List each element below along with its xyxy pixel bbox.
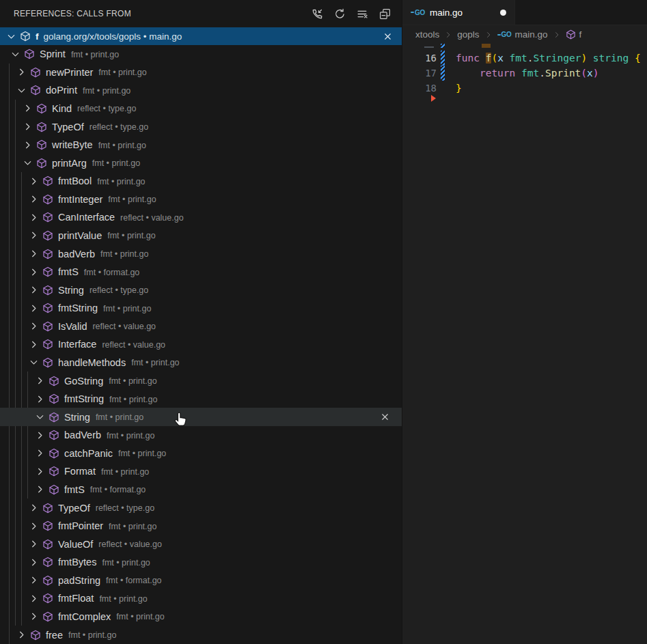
- breadcrumb-item-main.go[interactable]: GOmain.go: [497, 29, 548, 40]
- clear-results-icon[interactable]: [355, 6, 370, 21]
- row-detail: fmt • print.go: [102, 557, 150, 568]
- row-detail: fmt • print.go: [109, 394, 157, 404]
- close-icon[interactable]: [381, 30, 394, 42]
- tree-row-fmtS[interactable]: fmtSfmt • format.go: [0, 263, 402, 281]
- chevron-right-icon[interactable]: [28, 575, 39, 586]
- chevron-right-icon[interactable]: [34, 484, 45, 495]
- tree-row-fmtBytes[interactable]: fmtBytesfmt • print.go: [0, 553, 402, 572]
- chevron-right-icon[interactable]: [22, 103, 33, 114]
- chevron-right-icon[interactable]: [28, 557, 39, 568]
- tree-row-fmtPointer[interactable]: fmtPointerfmt • print.go: [0, 517, 402, 535]
- tree-row-badVerb[interactable]: badVerbfmt • print.go: [0, 244, 402, 263]
- call-incoming-icon[interactable]: [309, 6, 325, 21]
- chevron-right-icon[interactable]: [34, 430, 45, 440]
- tree-row-Format[interactable]: Formatfmt • print.go: [0, 462, 402, 481]
- chevron-right-icon[interactable]: [28, 520, 39, 531]
- breadcrumb-separator-icon: [444, 31, 452, 39]
- chevron-right-icon[interactable]: [28, 539, 39, 550]
- code-editor[interactable]: 16func f(x fmt.Stringer) string {17 retu…: [402, 44, 647, 96]
- row-label: Interface: [58, 339, 96, 350]
- chevron-right-icon[interactable]: [28, 303, 39, 313]
- call-hierarchy-tree[interactable]: Sprintfmt • print.gonewPrinterfmt • prin…: [0, 45, 402, 644]
- tree-row-printValue[interactable]: printValuefmt • print.go: [0, 227, 402, 245]
- chevron-down-icon[interactable]: [5, 31, 16, 42]
- refresh-icon[interactable]: [332, 6, 347, 21]
- tree-row-fmtString[interactable]: fmtStringfmt • print.go: [0, 299, 402, 318]
- chevron-right-icon[interactable]: [28, 285, 39, 296]
- symbol-method-icon: [42, 520, 53, 531]
- breadcrumb-item-f[interactable]: f: [566, 29, 582, 40]
- chevron-right-icon[interactable]: [34, 466, 45, 477]
- chevron-right-icon[interactable]: [28, 194, 39, 205]
- chevron-right-icon[interactable]: [22, 139, 33, 150]
- row-label: newPrinter: [46, 67, 93, 78]
- tree-row-ValueOf[interactable]: ValueOfreflect • value.go: [0, 535, 402, 553]
- row-detail: fmt • print.go: [100, 249, 148, 259]
- breadcrumb: xtoolsgoplsGOmain.gof: [402, 25, 647, 44]
- chevron-right-icon[interactable]: [28, 593, 39, 604]
- tree-row-newPrinter[interactable]: newPrinterfmt • print.go: [0, 64, 402, 82]
- row-detail: fmt • print.go: [71, 49, 119, 59]
- row-label: String: [58, 285, 84, 296]
- chevron-right-icon[interactable]: [28, 230, 39, 241]
- unsaved-changes-dot[interactable]: [500, 10, 506, 16]
- chevron-right-icon[interactable]: [28, 266, 39, 277]
- tree-row-fmtInteger[interactable]: fmtIntegerfmt • print.go: [0, 191, 402, 209]
- tree-row-fmtFloat[interactable]: fmtFloatfmt • print.go: [0, 589, 402, 608]
- chevron-right-icon[interactable]: [28, 321, 39, 332]
- clipped-line-15: [402, 44, 647, 48]
- tree-row-badVerb[interactable]: badVerbfmt • print.go: [0, 426, 402, 445]
- chevron-down-icon[interactable]: [22, 158, 33, 169]
- chevron-right-icon[interactable]: [34, 393, 45, 404]
- tree-row-String[interactable]: Stringreflect • type.go: [0, 281, 402, 299]
- tree-row-catchPanic[interactable]: catchPanicfmt • print.go: [0, 445, 402, 463]
- collapse-all-icon[interactable]: [377, 6, 392, 21]
- tree-row-handleMethods[interactable]: handleMethodsfmt • print.go: [0, 354, 402, 372]
- chevron-right-icon[interactable]: [28, 176, 39, 186]
- breadcrumb-item-xtools[interactable]: xtools: [415, 29, 439, 40]
- chevron-right-icon[interactable]: [28, 339, 39, 350]
- tree-row-String[interactable]: Stringfmt • print.go: [0, 408, 402, 426]
- row-label: fmtBool: [58, 176, 92, 186]
- tree-root-header[interactable]: f golang.org/x/tools/gopls • main.go: [0, 27, 402, 45]
- row-detail: fmt • print.go: [96, 412, 143, 422]
- breadcrumb-item-gopls[interactable]: gopls: [457, 29, 479, 40]
- close-icon[interactable]: [378, 411, 391, 423]
- tree-row-fmtString[interactable]: fmtStringfmt • print.go: [0, 390, 402, 408]
- chevron-right-icon[interactable]: [28, 611, 39, 622]
- chevron-right-icon[interactable]: [34, 448, 45, 459]
- tree-row-Sprint[interactable]: Sprintfmt • print.go: [0, 45, 402, 64]
- chevron-down-icon[interactable]: [10, 48, 20, 59]
- chevron-right-icon[interactable]: [34, 376, 45, 387]
- chevron-right-icon[interactable]: [28, 503, 39, 514]
- chevron-right-icon[interactable]: [28, 249, 39, 260]
- tree-row-TypeOf[interactable]: TypeOfreflect • type.go: [0, 117, 402, 136]
- chevron-right-icon[interactable]: [28, 212, 39, 223]
- row-label: Sprint: [40, 48, 66, 59]
- tab-main-go[interactable]: GO main.go: [402, 0, 515, 25]
- chevron-down-icon[interactable]: [28, 357, 39, 368]
- tree-row-fmtBool[interactable]: fmtBoolfmt • print.go: [0, 172, 402, 191]
- tree-row-fmtComplex[interactable]: fmtComplexfmt • print.go: [0, 608, 402, 626]
- chevron-down-icon[interactable]: [34, 412, 45, 423]
- tree-row-doPrint[interactable]: doPrintfmt • print.go: [0, 81, 402, 100]
- tree-row-Kind[interactable]: Kindreflect • type.go: [0, 100, 402, 118]
- row-detail: reflect • type.go: [90, 122, 148, 132]
- chevron-right-icon[interactable]: [22, 122, 33, 132]
- tree-row-IsValid[interactable]: IsValidreflect • value.go: [0, 318, 402, 336]
- chevron-down-icon[interactable]: [16, 85, 27, 96]
- chevron-right-icon[interactable]: [16, 67, 27, 78]
- tree-row-free[interactable]: freefmt • print.go: [0, 626, 402, 644]
- symbol-method-icon: [42, 357, 53, 368]
- chevron-right-icon[interactable]: [16, 630, 27, 641]
- tree-row-padString[interactable]: padStringfmt • format.go: [0, 572, 402, 590]
- symbol-method-icon: [20, 31, 31, 42]
- tree-row-Interface[interactable]: Interfacereflect • value.go: [0, 335, 402, 354]
- tree-row-writeByte[interactable]: writeBytefmt • print.go: [0, 136, 402, 154]
- tree-row-printArg[interactable]: printArgfmt • print.go: [0, 154, 402, 172]
- tree-row-fmtS[interactable]: fmtSfmt • format.go: [0, 481, 402, 499]
- tree-row-GoString[interactable]: GoStringfmt • print.go: [0, 372, 402, 390]
- symbol-method-icon: [30, 67, 41, 78]
- tree-row-CanInterface[interactable]: CanInterfacereflect • value.go: [0, 208, 402, 227]
- tree-row-TypeOf[interactable]: TypeOfreflect • type.go: [0, 499, 402, 517]
